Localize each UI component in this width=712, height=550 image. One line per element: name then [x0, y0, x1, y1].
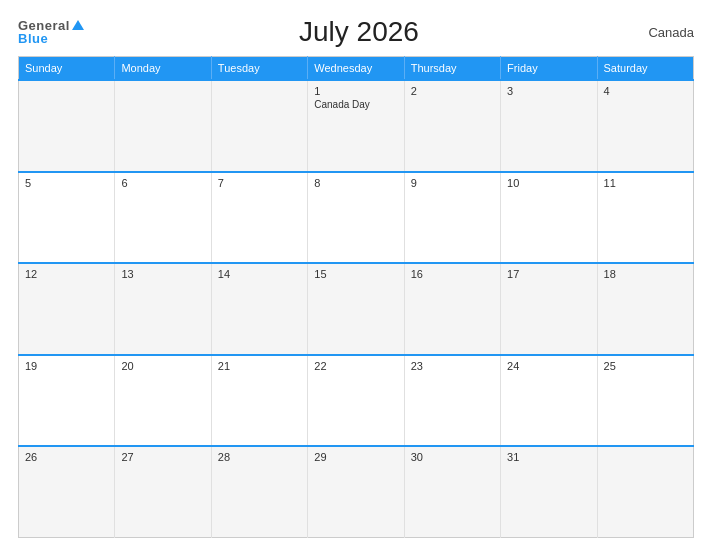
calendar-cell: 17 [501, 263, 597, 355]
day-number: 29 [314, 451, 397, 463]
calendar-cell: 11 [597, 172, 693, 264]
calendar-cell: 4 [597, 80, 693, 172]
day-number: 14 [218, 268, 301, 280]
day-number: 5 [25, 177, 108, 189]
calendar-cell: 26 [19, 446, 115, 538]
calendar-cell: 28 [211, 446, 307, 538]
day-number: 26 [25, 451, 108, 463]
day-number: 31 [507, 451, 590, 463]
col-thursday: Thursday [404, 57, 500, 81]
calendar-cell [115, 80, 211, 172]
day-number: 19 [25, 360, 108, 372]
col-monday: Monday [115, 57, 211, 81]
calendar-cell: 22 [308, 355, 404, 447]
calendar-cell: 31 [501, 446, 597, 538]
calendar-title: July 2026 [84, 16, 634, 48]
calendar-cell [19, 80, 115, 172]
calendar-cell: 6 [115, 172, 211, 264]
calendar-cell: 16 [404, 263, 500, 355]
day-number: 27 [121, 451, 204, 463]
day-number: 25 [604, 360, 687, 372]
calendar-cell: 19 [19, 355, 115, 447]
calendar-cell: 10 [501, 172, 597, 264]
day-number: 10 [507, 177, 590, 189]
calendar-cell: 23 [404, 355, 500, 447]
day-number: 18 [604, 268, 687, 280]
day-number: 22 [314, 360, 397, 372]
day-number: 28 [218, 451, 301, 463]
day-number: 20 [121, 360, 204, 372]
calendar-cell: 20 [115, 355, 211, 447]
calendar-cell: 9 [404, 172, 500, 264]
calendar-cell: 14 [211, 263, 307, 355]
calendar-week-row: 12131415161718 [19, 263, 694, 355]
calendar-cell: 7 [211, 172, 307, 264]
day-number: 17 [507, 268, 590, 280]
day-number: 2 [411, 85, 494, 97]
day-number: 15 [314, 268, 397, 280]
day-number: 12 [25, 268, 108, 280]
day-number: 1 [314, 85, 397, 97]
calendar-cell: 21 [211, 355, 307, 447]
day-number: 9 [411, 177, 494, 189]
calendar-cell: 15 [308, 263, 404, 355]
logo: General Blue [18, 19, 84, 45]
calendar-cell: 8 [308, 172, 404, 264]
day-number: 8 [314, 177, 397, 189]
calendar-week-row: 1Canada Day234 [19, 80, 694, 172]
calendar-week-row: 19202122232425 [19, 355, 694, 447]
calendar-week-row: 262728293031 [19, 446, 694, 538]
calendar-cell [597, 446, 693, 538]
day-number: 30 [411, 451, 494, 463]
day-number: 24 [507, 360, 590, 372]
calendar-cell: 12 [19, 263, 115, 355]
calendar-cell: 30 [404, 446, 500, 538]
day-number: 3 [507, 85, 590, 97]
calendar-table: Sunday Monday Tuesday Wednesday Thursday… [18, 56, 694, 538]
day-number: 6 [121, 177, 204, 189]
calendar-header-row: Sunday Monday Tuesday Wednesday Thursday… [19, 57, 694, 81]
calendar-cell: 24 [501, 355, 597, 447]
day-number: 13 [121, 268, 204, 280]
day-number: 16 [411, 268, 494, 280]
col-friday: Friday [501, 57, 597, 81]
header: General Blue July 2026 Canada [18, 16, 694, 48]
col-wednesday: Wednesday [308, 57, 404, 81]
calendar-cell: 5 [19, 172, 115, 264]
calendar-cell: 13 [115, 263, 211, 355]
calendar-cell: 25 [597, 355, 693, 447]
calendar-cell: 1Canada Day [308, 80, 404, 172]
col-tuesday: Tuesday [211, 57, 307, 81]
logo-triangle-icon [72, 20, 84, 30]
day-number: 11 [604, 177, 687, 189]
day-number: 21 [218, 360, 301, 372]
calendar-cell: 18 [597, 263, 693, 355]
calendar-cell: 27 [115, 446, 211, 538]
calendar-week-row: 567891011 [19, 172, 694, 264]
country-label: Canada [634, 25, 694, 40]
calendar-cell: 29 [308, 446, 404, 538]
day-number: 4 [604, 85, 687, 97]
calendar-cell [211, 80, 307, 172]
day-number: 23 [411, 360, 494, 372]
col-saturday: Saturday [597, 57, 693, 81]
logo-blue-text: Blue [18, 32, 48, 45]
page: General Blue July 2026 Canada Sunday Mon… [0, 0, 712, 550]
calendar-cell: 2 [404, 80, 500, 172]
day-number: 7 [218, 177, 301, 189]
calendar-cell: 3 [501, 80, 597, 172]
col-sunday: Sunday [19, 57, 115, 81]
event-label: Canada Day [314, 99, 397, 110]
